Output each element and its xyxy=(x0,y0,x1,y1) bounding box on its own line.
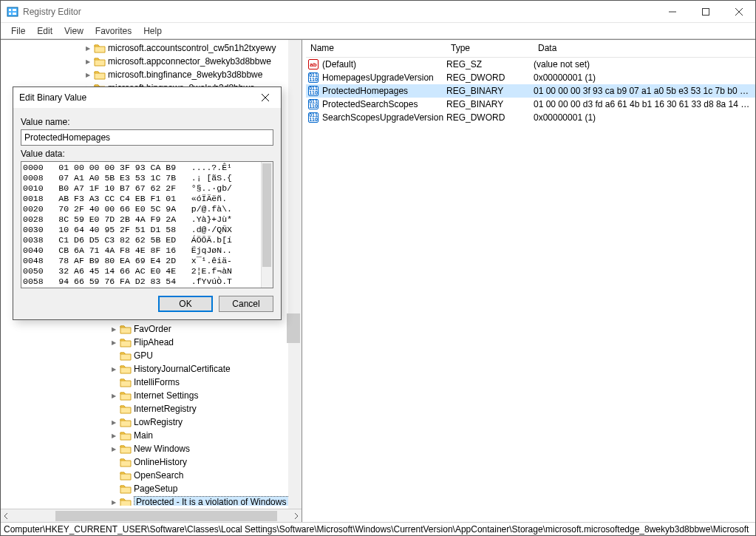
col-type[interactable]: Type xyxy=(446,40,534,57)
value-name: ProtectedSearchScopes xyxy=(322,99,446,109)
tree-item[interactable]: OnlineHistory xyxy=(2,455,302,469)
dialog-title: Edit Binary Value xyxy=(19,92,253,103)
tree-item[interactable]: PageSetup xyxy=(2,482,302,495)
menu-help[interactable]: Help xyxy=(137,24,168,38)
titlebar: Registry Editor xyxy=(1,1,755,23)
folder-icon xyxy=(94,69,106,80)
tree-item-label: Internet Settings xyxy=(134,390,198,401)
expand-arrow-icon[interactable]: ▶ xyxy=(109,419,118,426)
menu-favorites[interactable]: Favorites xyxy=(89,24,137,38)
tree-item[interactable]: ▶FavOrder xyxy=(2,322,302,336)
value-data: 0x00000001 (1) xyxy=(534,112,755,123)
value-name: (Default) xyxy=(322,59,446,69)
tree-item[interactable]: ▶Main xyxy=(2,429,302,442)
value-data: (value not set) xyxy=(534,59,755,69)
value-name: SearchScopesUpgradeVersion xyxy=(322,112,446,123)
folder-icon xyxy=(120,430,132,441)
tree-vscroll-track[interactable] xyxy=(288,40,302,509)
cancel-button[interactable]: Cancel xyxy=(219,296,273,312)
tree-item[interactable]: ▶FlipAhead xyxy=(2,336,302,349)
expand-arrow-icon[interactable]: ▶ xyxy=(109,326,118,333)
svg-rect-1 xyxy=(9,9,11,11)
svg-rect-4 xyxy=(13,13,16,15)
folder-icon xyxy=(120,377,132,387)
scroll-right-icon[interactable] xyxy=(291,511,302,521)
col-data[interactable]: Data xyxy=(534,40,755,57)
statusbar: Computer\HKEY_CURRENT_USER\Software\Clas… xyxy=(1,522,755,535)
tree-item[interactable]: ▶microsoft.accountscontrol_cw5n1h2txyewy xyxy=(2,41,302,55)
tree-item[interactable]: ▶microsoft.appconnector_8wekyb3d8bbwe xyxy=(2,55,302,68)
hex-editor[interactable]: 0000 01 00 00 00 3F 93 CA B9 ....?.Ê¹ 00… xyxy=(21,161,273,288)
tree-item[interactable]: ▶LowRegistry xyxy=(2,415,302,429)
edit-binary-dialog: Edit Binary Value Value name: Value data… xyxy=(13,86,282,320)
tree-hscroll-thumb[interactable] xyxy=(55,511,277,521)
menubar: File Edit View Favorites Help xyxy=(1,23,755,39)
value-row[interactable]: ab(Default)REG_SZ(value not set) xyxy=(306,58,755,71)
svg-rect-0 xyxy=(7,7,18,16)
svg-rect-3 xyxy=(13,9,16,11)
tree-vscroll-thumb[interactable] xyxy=(287,313,300,343)
tree-item-label: microsoft.bingfinance_8wekyb3d8bbwe xyxy=(108,69,262,80)
value-type: REG_DWORD xyxy=(446,72,534,83)
tree-item-label: FlipAhead xyxy=(134,337,174,347)
tree-item[interactable]: InternetRegistry xyxy=(2,402,302,415)
tree-item-label: Main xyxy=(134,430,153,441)
minimize-button[interactable] xyxy=(655,1,689,23)
expand-arrow-icon[interactable]: ▶ xyxy=(109,499,118,506)
folder-icon xyxy=(94,56,106,67)
value-type: REG_DWORD xyxy=(446,112,534,123)
expand-arrow-icon[interactable]: ▶ xyxy=(109,339,118,346)
hex-vscroll-thumb[interactable] xyxy=(262,163,271,267)
tree-item[interactable]: ▶HistoryJournalCertificate xyxy=(2,362,302,376)
value-type: REG_SZ xyxy=(446,59,534,69)
value-data: 01 00 00 00 d3 fd a6 61 4b b1 16 30 61 3… xyxy=(534,99,755,109)
menu-file[interactable]: File xyxy=(5,24,31,38)
tree-hscroll[interactable] xyxy=(1,509,302,522)
scroll-left-icon[interactable] xyxy=(1,511,11,521)
value-row[interactable]: 011110HomepagesUpgradeVersionREG_DWORD0x… xyxy=(306,71,755,84)
value-row[interactable]: 011110SearchScopesUpgradeVersionREG_DWOR… xyxy=(306,111,755,124)
expand-arrow-icon[interactable]: ▶ xyxy=(109,393,118,399)
expand-arrow-icon[interactable]: ▶ xyxy=(109,432,118,439)
maximize-button[interactable] xyxy=(689,1,722,23)
close-button[interactable] xyxy=(722,1,755,23)
tree-item[interactable]: ▶microsoft.bingfinance_8wekyb3d8bbwe xyxy=(2,68,302,81)
reg-binary-icon: 011110 xyxy=(307,72,319,84)
tree-item[interactable]: ▶Protected - It is a violation of Window… xyxy=(2,495,302,506)
value-name: ProtectedHomepages xyxy=(322,86,446,96)
tree-item-label: LowRegistry xyxy=(134,417,183,427)
value-row[interactable]: 011110ProtectedHomepagesREG_BINARY01 00 … xyxy=(306,84,755,98)
value-data: 0x00000001 (1) xyxy=(534,72,755,83)
expand-arrow-icon[interactable]: ▶ xyxy=(84,45,92,52)
tree-item[interactable]: OpenSearch xyxy=(2,469,302,482)
dialog-titlebar[interactable]: Edit Binary Value xyxy=(13,87,281,108)
tree-item-label: InternetRegistry xyxy=(134,404,197,414)
tree-item[interactable]: ▶New Windows xyxy=(2,442,302,455)
col-name[interactable]: Name xyxy=(306,40,446,57)
folder-icon xyxy=(120,444,132,454)
tree-item-label: New Windows xyxy=(134,444,190,454)
folder-icon xyxy=(120,457,132,467)
value-name-input[interactable] xyxy=(21,129,273,146)
ok-button[interactable]: OK xyxy=(158,296,213,312)
expand-arrow-icon[interactable]: ▶ xyxy=(84,72,92,78)
value-type: REG_BINARY xyxy=(446,99,534,109)
svg-rect-6 xyxy=(702,8,709,15)
svg-rect-2 xyxy=(9,13,11,15)
value-row[interactable]: 011110ProtectedSearchScopesREG_BINARY01 … xyxy=(306,98,755,111)
value-list[interactable]: ab(Default)REG_SZ(value not set)011110Ho… xyxy=(306,58,755,124)
dialog-close-button[interactable] xyxy=(253,89,278,106)
menu-edit[interactable]: Edit xyxy=(31,24,58,38)
folder-icon xyxy=(120,390,132,401)
menu-view[interactable]: View xyxy=(58,24,89,38)
tree-item-label: microsoft.appconnector_8wekyb3d8bbwe xyxy=(108,56,271,67)
tree-item[interactable]: ▶Internet Settings xyxy=(2,389,302,402)
expand-arrow-icon[interactable]: ▶ xyxy=(109,446,118,452)
folder-icon xyxy=(120,350,132,361)
expand-arrow-icon[interactable]: ▶ xyxy=(84,58,92,65)
tree-item-label: HistoryJournalCertificate xyxy=(134,364,231,374)
expand-arrow-icon[interactable]: ▶ xyxy=(109,366,118,373)
tree-item[interactable]: GPU xyxy=(2,349,302,362)
hex-vscroll[interactable] xyxy=(261,162,273,288)
tree-item[interactable]: IntelliForms xyxy=(2,376,302,389)
